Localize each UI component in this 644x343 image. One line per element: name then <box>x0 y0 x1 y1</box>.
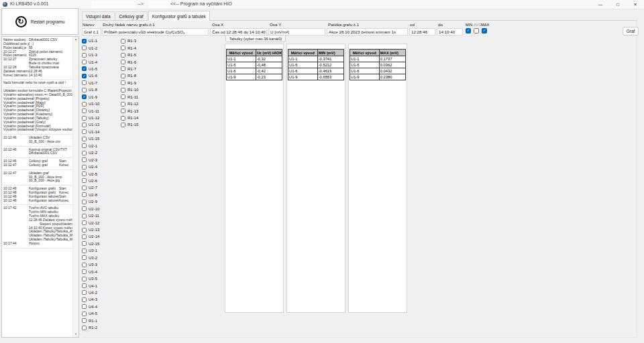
maximize-button[interactable]: □ <box>609 0 627 9</box>
avg-checkbox[interactable] <box>474 28 479 33</box>
channel-checkbox-R1-14[interactable]: R1-14 <box>121 115 138 121</box>
channel-checkbox-U4-3[interactable]: U4-3 <box>82 296 99 303</box>
graf-button[interactable]: Graf <box>623 27 639 36</box>
channel-checkbox-U2-10[interactable]: U2-10 <box>82 206 99 212</box>
tab-3[interactable]: Konfigurátor grafů a tabulek <box>148 11 210 21</box>
channel-checkbox-U1-6[interactable]: ✓U1-6 <box>82 72 99 79</box>
channel-checkbox-U3-4[interactable]: U3-4 <box>82 268 99 275</box>
channel-label: U2-8 <box>89 193 97 197</box>
tab-1[interactable]: Vstupní data <box>82 11 115 20</box>
channel-checkbox-U2-9[interactable]: U2-9 <box>82 198 99 205</box>
channel-column-1: ✓U1-1U1-2U1-3U1-4✓U1-5✓U1-6U1-7U1-8✓U1-9… <box>82 38 99 331</box>
channel-checkbox-U1-13[interactable]: U1-13 <box>82 121 99 128</box>
paticka-input[interactable]: Akce 28.10.2023 četnost snímání 1s <box>327 28 408 36</box>
channel-checkbox-R1-13[interactable]: R1-13 <box>121 107 138 114</box>
channel-label: R1-5 <box>127 53 136 57</box>
minimize-icon: — <box>598 2 603 7</box>
checkbox-icon <box>82 200 87 204</box>
channel-checkbox-U2-1[interactable]: U2-1 <box>82 143 99 149</box>
table-panel-3: Měřicí vývodMAX (mV)U1-10,1737U1-50,0362… <box>348 44 407 313</box>
channel-checkbox-U3-5[interactable]: U3-5 <box>82 275 99 282</box>
restart-program-button[interactable]: ↻ Restart programu <box>1 8 78 35</box>
channel-checkbox-U2-11[interactable]: U2-11 <box>82 212 99 219</box>
channel-checkbox-R1-10[interactable]: R1-10 <box>121 86 138 93</box>
channel-checkbox-U2-13[interactable]: U2-13 <box>82 226 99 233</box>
channel-checkbox-U2-5[interactable]: U2-5 <box>82 170 99 177</box>
channel-checkbox-U1-1[interactable]: ✓U1-1 <box>82 38 99 44</box>
checkbox-icon <box>121 80 125 85</box>
channel-checkbox-U2-4[interactable]: U2-4 <box>82 163 99 170</box>
channel-checkbox-U1-5[interactable]: ✓U1-5 <box>82 66 99 72</box>
channel-checkbox-U1-10[interactable]: U1-10 <box>82 100 99 107</box>
max-checkbox[interactable]: ✓ <box>482 28 487 33</box>
channel-label: R1-7 <box>127 67 136 71</box>
channel-checkbox-U2-14[interactable]: U2-14 <box>82 233 99 240</box>
channel-checkbox-R1-6[interactable]: R1-6 <box>121 58 138 65</box>
channel-checkbox-U3-2[interactable]: U3-2 <box>82 255 99 261</box>
channel-label: R1-9 <box>127 81 136 85</box>
nazev-input[interactable]: Graf č.1 <box>82 28 101 36</box>
channel-checkbox-U2-2[interactable]: U2-2 <box>82 149 99 156</box>
channel-checkbox-U1-2[interactable]: U1-2 <box>82 44 99 51</box>
channel-checkbox-U1-4[interactable]: U1-4 <box>82 58 99 65</box>
tab-2[interactable]: Celkový graf <box>115 11 148 20</box>
minimize-button[interactable]: — <box>592 0 609 9</box>
channel-checkbox-U2-7[interactable]: U2-7 <box>82 184 99 191</box>
scroll-down-icon[interactable]: ▼ <box>73 332 78 337</box>
channel-label: U1-3 <box>89 53 97 57</box>
channel-checkbox-R1-8[interactable]: R1-8 <box>121 72 138 79</box>
table-cell: -0,48 <box>256 62 282 68</box>
channel-checkbox-U1-11[interactable]: U1-11 <box>82 107 99 114</box>
channel-checkbox-U4-1[interactable]: U4-1 <box>82 282 99 289</box>
channel-checkbox-R1-3[interactable]: R1-3 <box>121 38 138 44</box>
channel-checkbox-U3-1[interactable]: U3-1 <box>82 247 99 254</box>
checkbox-icon <box>82 228 87 232</box>
checkbox-icon <box>82 172 87 176</box>
channel-checkbox-U1-9[interactable]: ✓U1-9 <box>82 94 99 100</box>
do-input[interactable]: 14:10:40 <box>437 28 463 36</box>
channel-checkbox-U3-3[interactable]: U3-3 <box>82 261 99 268</box>
od-input[interactable]: 12:28:46 <box>409 28 435 36</box>
channel-checkbox-U1-8[interactable]: U1-8 <box>82 86 99 93</box>
channel-checkbox-U2-15[interactable]: U2-15 <box>82 241 99 247</box>
log-scrollbar[interactable]: ▲ ▼ <box>72 37 78 337</box>
min-checkbox[interactable]: ✓ <box>466 28 471 33</box>
channel-label: U3-1 <box>89 249 97 253</box>
druhy-radek-label: Druhý řádek názvu grafu č.1 <box>103 22 155 27</box>
title-program-text: <<-- Program na vyčítání HIO <box>170 1 232 6</box>
close-button[interactable]: ✕ <box>627 0 644 9</box>
channel-checkbox-R1-12[interactable]: R1-12 <box>121 100 138 107</box>
table-cell: U1-5 <box>227 62 256 68</box>
log-panel: Název souboruD8vltava0001.CSVOddělovač p… <box>1 36 79 338</box>
channel-checkbox-R1-7[interactable]: R1-7 <box>121 66 138 72</box>
table-row: U1-5-0,5212 <box>288 62 344 68</box>
scroll-up-icon[interactable]: ▲ <box>73 37 78 42</box>
channel-checkbox-R1-1[interactable]: R1-1 <box>82 318 99 324</box>
channel-checkbox-U4-2[interactable]: U4-2 <box>82 289 99 296</box>
checkbox-icon <box>82 214 87 218</box>
tabulky-header-button[interactable]: Tabulky (vyber max.36 kanálů) <box>225 35 286 42</box>
channel-checkbox-R1-15[interactable]: R1-15 <box>121 121 138 128</box>
druhy-radek-input[interactable]: Průběh potenciálu vůči elektrodě Cu/CuSO… <box>102 28 209 36</box>
channel-checkbox-U1-12[interactable]: U1-12 <box>82 115 99 121</box>
table-cell: -0,32 <box>256 56 282 62</box>
channel-checkbox-U1-7[interactable]: U1-7 <box>82 80 99 86</box>
channel-checkbox-U2-12[interactable]: U2-12 <box>82 219 99 226</box>
channel-checkbox-R1-11[interactable]: R1-11 <box>121 94 138 100</box>
channel-checkbox-R1-9[interactable]: R1-9 <box>121 80 138 86</box>
channel-checkbox-U4-5[interactable]: U4-5 <box>82 310 99 317</box>
channel-checkbox-U2-3[interactable]: U2-3 <box>82 156 99 163</box>
channel-checkbox-R1-5[interactable]: R1-5 <box>121 52 138 58</box>
channel-checkbox-U1-3[interactable]: U1-3 <box>82 52 99 58</box>
channel-label: U2-6 <box>89 179 97 183</box>
channel-checkbox-U2-8[interactable]: U2-8 <box>82 192 99 198</box>
channel-checkbox-U1-15[interactable]: U1-15 <box>82 135 99 142</box>
channel-label: U2-3 <box>89 158 97 162</box>
channel-checkbox-U4-4[interactable]: U4-4 <box>82 303 99 310</box>
channel-checkbox-R1-2[interactable]: R1-2 <box>82 324 99 331</box>
channel-checkbox-R1-4[interactable]: R1-4 <box>121 44 138 51</box>
channel-checkbox-U2-6[interactable]: U2-6 <box>82 178 99 184</box>
checkbox-icon <box>121 102 125 107</box>
channel-checkbox-U1-14[interactable]: U1-14 <box>82 129 99 135</box>
table-cell: U1-6 <box>227 68 256 74</box>
